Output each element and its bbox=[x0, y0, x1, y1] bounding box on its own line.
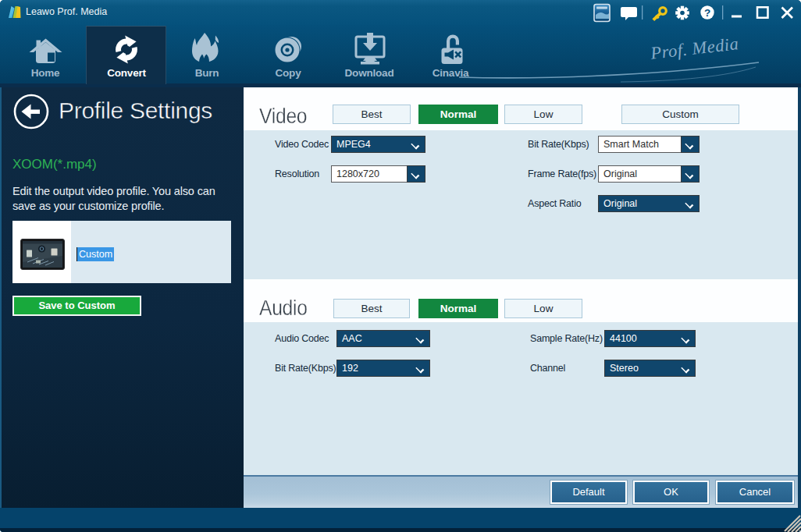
svg-text:?: ? bbox=[704, 7, 710, 19]
